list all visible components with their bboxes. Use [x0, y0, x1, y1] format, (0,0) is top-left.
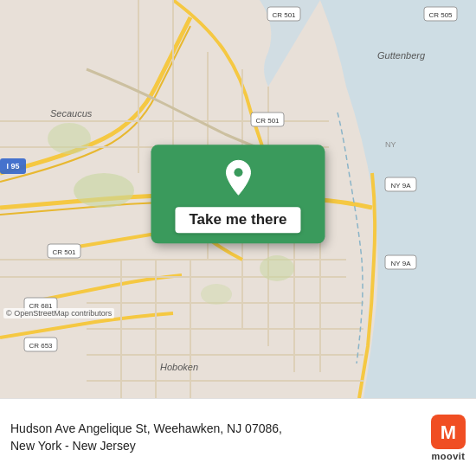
svg-point-46 [234, 168, 242, 177]
svg-text:NY 9A: NY 9A [391, 260, 412, 267]
svg-point-45 [201, 284, 232, 305]
address-line1: Hudson Ave Angelique St, Weehawken, NJ 0… [10, 421, 282, 435]
svg-text:M: M [441, 421, 456, 443]
svg-text:Secaucus: Secaucus [50, 108, 93, 119]
svg-point-44 [260, 255, 294, 281]
moovit-icon: M [431, 415, 466, 449]
svg-text:I 95: I 95 [6, 162, 19, 170]
svg-text:CR 505: CR 505 [428, 11, 453, 19]
bottom-bar: Hudson Ave Angelique St, Weehawken, NJ 0… [0, 398, 476, 476]
svg-text:CR 501: CR 501 [272, 11, 296, 19]
svg-text:Hoboken: Hoboken [160, 362, 198, 372]
address-line2: New York - New Jersey [10, 439, 136, 453]
map-area: I 95 CR 501 CR 505 CR 501 NY 9A NY 9A CR… [0, 0, 476, 398]
svg-text:CR 501: CR 501 [52, 248, 76, 256]
svg-text:Guttenberg: Guttenberg [377, 50, 426, 61]
svg-point-42 [74, 173, 134, 208]
osm-credit: © OpenStreetMap contributors [3, 308, 114, 318]
address-text: Hudson Ave Angelique St, Weehawken, NJ 0… [10, 421, 422, 454]
action-button-box[interactable]: Take me there [151, 145, 325, 243]
svg-text:NY: NY [385, 140, 396, 149]
svg-text:CR 653: CR 653 [29, 342, 53, 350]
svg-text:CR 501: CR 501 [255, 117, 280, 125]
take-me-there-overlay[interactable]: Take me there [151, 145, 325, 243]
moovit-brand-text: moovit [431, 451, 465, 461]
svg-point-43 [48, 123, 91, 154]
svg-text:NY 9A: NY 9A [391, 182, 412, 190]
location-pin-icon [222, 158, 254, 196]
moovit-logo: M moovit [431, 415, 466, 461]
address-block: Hudson Ave Angelique St, Weehawken, NJ 0… [10, 421, 422, 454]
take-me-there-button[interactable]: Take me there [175, 207, 300, 233]
